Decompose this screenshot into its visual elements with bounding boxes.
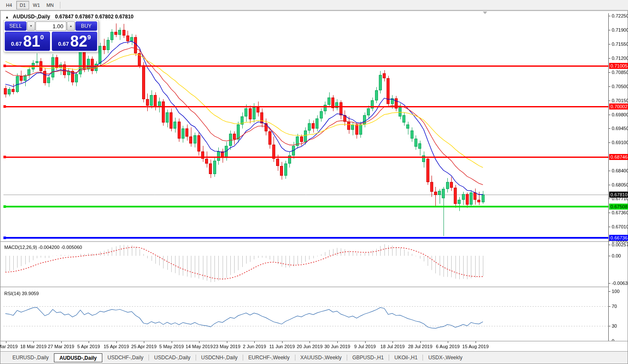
date-tick [144, 341, 144, 343]
date-tick [476, 341, 476, 343]
chart-tab-audusd-daily[interactable]: AUDUSD-,Daily [54, 353, 102, 362]
volume-increase-button[interactable]: ▴ [67, 21, 75, 31]
price-tick-label: 0.67360 [612, 210, 628, 215]
price-tick [609, 198, 610, 199]
price-tick [609, 128, 610, 129]
chart-window: ▲ AUDUSD-,Daily 0.67847 0.67867 0.67802 … [0, 10, 628, 364]
price-tick-label: 0.69100 [612, 140, 628, 145]
price-tick [609, 44, 610, 44]
price-tick-label: 0.71550 [612, 41, 628, 47]
price-tick [609, 142, 610, 143]
level-price-label: 0.70002 [609, 104, 628, 109]
price-tick [609, 16, 610, 16]
chart-tab-usdchf-daily[interactable]: USDCHF-,Daily [102, 353, 149, 362]
level-price-label: 0.68746 [609, 154, 628, 160]
pane-separator[interactable] [0, 241, 628, 242]
date-label: 15 Aug 2019 [458, 344, 493, 349]
macd-axis-tick [609, 245, 610, 245]
buy-price-prefix: 0.67 [58, 41, 69, 50]
chart-tab-bar: EURUSD-,DailyAUDUSD-,DailyUSDCHF-,DailyU… [0, 351, 628, 364]
chart-tab-usdx-weekly[interactable]: USDX-,Weekly [423, 353, 467, 362]
price-tick-label: 0.69800 [612, 112, 628, 117]
price-tick [609, 58, 610, 59]
timeframe-button-d1[interactable]: D1 [16, 1, 29, 9]
rsi-pane-canvas[interactable] [3, 288, 608, 341]
buy-price-panel[interactable]: 0.67 82 9 [52, 32, 97, 51]
one-click-trading-panel: SELL ▾ ▴ BUY 0.67 81 0 0.67 82 9 [3, 20, 98, 52]
macd-axis-label: 0.00 [612, 253, 621, 258]
date-tick [227, 341, 227, 343]
toolbar-separator [60, 2, 60, 9]
macd-indicator-label: MACD(12,26,9) -0.004200 -0.005060 [4, 245, 82, 250]
date-tick [393, 341, 393, 343]
price-tick-label: 0.72250 [612, 13, 628, 18]
sell-button[interactable]: SELL [5, 21, 27, 31]
timeframe-button-w1[interactable]: W1 [30, 1, 43, 9]
macd-axis-tick [609, 256, 610, 256]
rsi-value: 39.9059 [22, 291, 39, 296]
price-tick-label: 0.69450 [612, 126, 628, 131]
price-tick-label: 0.70500 [612, 84, 628, 89]
rsi-axis-tick [609, 291, 610, 292]
chart-tab-gbpusd-h1[interactable]: GBPUSD-,H1 [347, 353, 389, 362]
date-tick [448, 341, 448, 343]
rsi-axis-tick [609, 326, 610, 326]
rsi-axis-label: 100 [612, 289, 619, 294]
date-tick [254, 341, 255, 343]
date-tick [61, 341, 62, 343]
date-tick [199, 341, 199, 343]
level-price-label: 0.67508 [609, 204, 628, 210]
date-axis[interactable]: 8 Mar 201918 Mar 201927 Mar 20195 Apr 20… [0, 341, 628, 351]
chart-tab-xauusd-weekly[interactable]: XAUUSD-,Weekly [295, 353, 347, 362]
rsi-axis-label: 70 [612, 304, 617, 309]
sell-price-pipette: 0 [40, 33, 44, 41]
price-tick [609, 185, 610, 185]
price-tick [609, 115, 610, 115]
level-price-label: 0.66736 [609, 235, 628, 241]
mt4-application: H4D1W1MN ▲ AUDUSD-,Daily 0.67847 0.67867… [0, 0, 628, 364]
macd-axis-tick [609, 283, 610, 284]
date-tick [33, 341, 34, 343]
price-tick-label: 0.71900 [612, 27, 628, 33]
collapse-triangle-icon[interactable]: ▲ [5, 15, 9, 19]
buy-price-pipette: 9 [87, 33, 91, 41]
buy-price-big-digits: 82 [70, 33, 87, 50]
current-price-label: 0.67810 [609, 192, 628, 198]
macd-axis-label: 0.002574 [612, 242, 628, 247]
level-price-label: 0.71005 [609, 63, 628, 69]
rsi-indicator-label: RSI(14) 39.9059 [4, 291, 39, 296]
buy-button[interactable]: BUY [75, 21, 97, 31]
chart-tab-eurusd-daily[interactable]: EURUSD-,Daily [7, 353, 54, 362]
macd-pane-canvas[interactable] [3, 243, 608, 287]
chart-title: ▲ AUDUSD-,Daily 0.67847 0.67867 0.67802 … [5, 14, 134, 20]
date-tick [310, 341, 310, 343]
timeframe-toolbar: H4D1W1MN [0, 0, 628, 10]
price-tick-label: 0.67010 [612, 224, 628, 229]
pane-separator[interactable] [0, 287, 628, 287]
sell-price-panel[interactable]: 0.67 81 0 [5, 32, 50, 51]
rsi-name: RSI(14) [4, 291, 21, 296]
price-tick [609, 72, 610, 73]
price-tick [609, 171, 610, 171]
price-tick [609, 227, 610, 227]
date-tick [6, 341, 6, 343]
chart-tab-eurchf-weekly[interactable]: EURCHF-,Weekly [243, 353, 295, 362]
price-tick-label: 0.68400 [612, 168, 628, 173]
volume-decrease-button[interactable]: ▾ [27, 21, 35, 31]
timeframe-button-mn[interactable]: MN [44, 1, 57, 9]
date-tick [116, 341, 117, 343]
price-axis[interactable]: 0.722500.719000.715500.712000.708500.705… [608, 13, 628, 341]
date-tick [337, 341, 338, 343]
chart-tab-usdcad-daily[interactable]: USDCAD-,Daily [149, 353, 196, 362]
chart-tab-ukoil-h1[interactable]: UKOil-,H1 [389, 353, 423, 362]
chart-tab-usdcnh-daily[interactable]: USDCNH-,Daily [196, 353, 243, 362]
price-tick-label: 0.71200 [612, 56, 628, 61]
volume-input[interactable] [36, 21, 66, 31]
chart-shift-marker-icon[interactable] [483, 12, 487, 14]
macd-axis-label: -0.006326 [612, 281, 628, 286]
price-tick [609, 30, 610, 30]
price-tick-label: 0.70850 [612, 70, 628, 75]
macd-values: -0.004200 -0.005060 [38, 245, 82, 250]
chart-symbol-label: AUDUSD-,Daily [13, 14, 50, 20]
timeframe-button-h4[interactable]: H4 [3, 1, 15, 9]
